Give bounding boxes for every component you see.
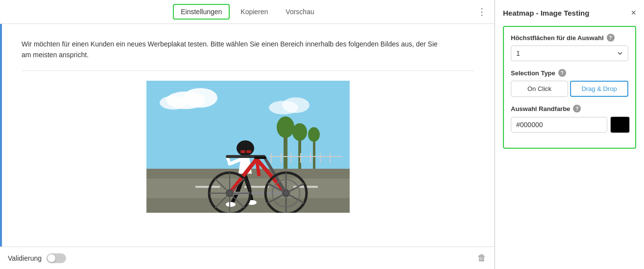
color-field-row [511,116,628,133]
trash-icon[interactable]: 🗑 [477,253,486,263]
hoechstflaechen-select[interactable]: 1 2 3 [511,45,628,61]
validation-area: Validierung [8,253,66,263]
svg-point-2 [183,88,217,108]
more-options-icon[interactable]: ⋮ [477,6,486,17]
image-container [22,81,475,213]
selection-type-label-row: Selection Type ? [511,69,628,81]
svg-point-33 [237,140,254,156]
hoechstflaechen-help-icon[interactable]: ? [607,34,615,42]
main-content-wrapper: Wir möchten für einen Kunden ein neues W… [0,24,494,247]
validation-label: Validierung [8,254,42,262]
close-button[interactable]: × [631,8,636,18]
question-text: Wir möchten für einen Kunden ein neues W… [22,39,443,61]
settings-box: Höchstflächen für die Auswahl ? 1 2 3 Se… [503,26,636,149]
auswahl-randfarbe-label: Auswahl Randfarbe ? [511,105,581,112]
auswahl-randfarbe-help-icon[interactable]: ? [573,105,581,112]
selection-type-buttons: On Click Drag & Drop [511,81,628,97]
survey-image [146,81,350,213]
on-click-button[interactable]: On Click [511,81,568,97]
svg-point-14 [292,123,307,141]
einstellungen-button[interactable]: Einstellungen [173,4,230,20]
hoechstflaechen-label: Höchstflächen für die Auswahl ? [511,34,615,42]
svg-point-12 [277,116,294,138]
color-swatch[interactable] [610,116,630,133]
svg-rect-34 [240,150,245,153]
toolbar: Einstellungen Kopieren Vorschau ⋮ [0,0,494,24]
panel-title: Heatmap - Image Testing [503,9,589,17]
bottom-bar: Validierung 🗑 [0,247,494,269]
panel-header: Heatmap - Image Testing × [503,8,636,18]
auswahl-randfarbe-label-row: Auswahl Randfarbe ? [511,105,628,116]
drag-drop-button[interactable]: Drag & Drop [570,81,628,97]
svg-point-16 [308,127,320,142]
svg-point-3 [160,96,187,110]
selection-type-field: Selection Type ? On Click Drag & Drop [511,69,628,97]
main-area: Einstellungen Kopieren Vorschau ⋮ Wir mö… [0,0,495,269]
svg-point-27 [226,202,236,207]
svg-point-5 [282,97,310,113]
validation-toggle[interactable] [47,253,66,263]
color-input[interactable] [511,117,607,133]
selection-type-help-icon[interactable]: ? [558,69,566,77]
vorschau-button[interactable]: Vorschau [279,5,321,19]
svg-rect-35 [246,150,251,153]
right-panel: Heatmap - Image Testing × Höchstflächen … [495,0,644,269]
auswahl-randfarbe-field: Auswahl Randfarbe ? [511,105,628,133]
svg-rect-8 [195,186,220,188]
kopieren-button[interactable]: Kopieren [234,5,275,19]
content-area: Wir möchten für einen Kunden ein neues W… [2,24,494,247]
hoechstflaechen-field: Höchstflächen für die Auswahl ? 1 2 3 [511,34,628,61]
svg-line-41 [257,159,259,176]
hoechstflaechen-label-row: Höchstflächen für die Auswahl ? [511,34,628,45]
svg-rect-42 [254,157,266,159]
selection-type-label: Selection Type ? [511,69,566,77]
divider [22,70,475,71]
toggle-knob [48,254,55,262]
